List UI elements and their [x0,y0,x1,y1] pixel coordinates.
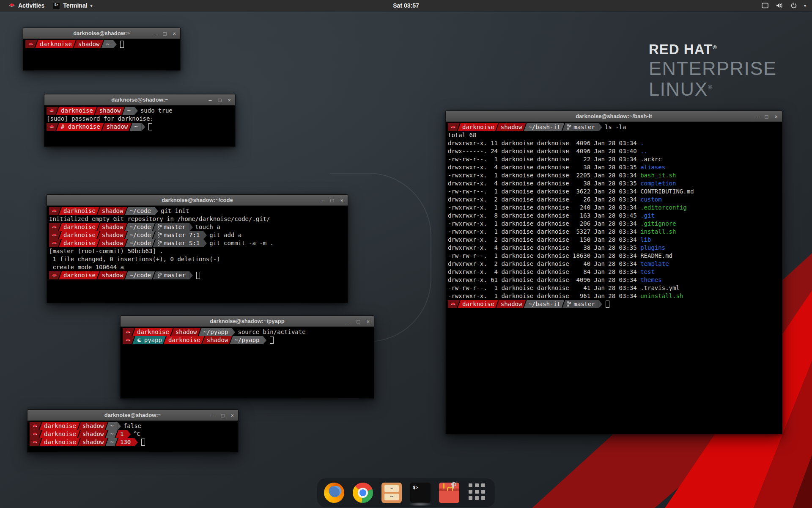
minimize-button[interactable]: – [755,114,758,119]
redhat-prompt-icon [448,123,460,131]
minimize-button[interactable]: – [347,319,350,324]
close-button[interactable]: × [228,97,231,103]
terminal-body[interactable]: darknoiseshadow~falsedarknoiseshadow~1^C… [27,421,238,452]
window-titlebar[interactable]: darknoise@shadow:~/pyapp–□× [121,316,374,327]
prompt-segment-user: darknoise [59,231,99,239]
clock[interactable]: Sat 03:57 [393,2,419,9]
terminal-text: total 68 [448,132,476,138]
activities-label: Activities [18,2,44,9]
terminal-text: drwxrwxr-x. 2 darknoise darknoise 40 Jan… [448,260,640,267]
terminal-text: plugins [640,244,665,251]
prompt-segment-path: ~/code [125,271,155,279]
terminal-line: drwxrwxr-x. 2 darknoise darknoise 150 Ja… [448,236,780,244]
terminal-window-bash-it: darknoise@shadow:~/bash-it–□×darknoisesh… [445,110,782,434]
terminal-text: -rwxrwxr-x. 1 darknoise darknoise 961 Ja… [448,293,640,299]
grid-dot [469,496,472,500]
system-status-area[interactable]: ▾ [761,2,808,9]
close-button[interactable]: × [366,319,370,324]
terminal-text: ^C [133,431,140,437]
terminal-line: drwxrwxr-x. 4 darknoise darknoise 38 Jan… [448,163,780,171]
activities-button[interactable]: Activities [4,0,49,11]
minimize-button[interactable]: – [321,198,324,203]
prompt-segment-user: darknoise [164,336,204,344]
window-titlebar[interactable]: darknoise@shadow:~/bash-it–□× [446,111,782,122]
terminal-line: # darknoiseshadow~ [47,123,233,131]
redhat-prompt-icon [30,422,41,430]
window-title: darknoise@shadow:~/bash-it [446,111,782,122]
terminal-text: drwxrwxr-x. 8 darknoise darknoise 163 Ja… [448,212,640,219]
terminal-line: drwxrwxr-x. 4 darknoise darknoise 38 Jan… [448,244,780,252]
redhat-prompt-icon [49,231,61,239]
maximize-button[interactable]: □ [765,114,768,119]
minimize-button[interactable]: – [154,31,156,36]
terminal-icon[interactable]: $> [410,483,431,503]
prompt-segment-git: master S:1 [153,239,203,247]
maximize-button[interactable]: □ [357,319,360,324]
terminal-text: . [640,140,644,146]
minimize-button[interactable]: – [211,413,214,418]
maximize-button[interactable]: □ [163,31,167,36]
terminal-text: drwxrwxr-x. 4 darknoise darknoise 84 Jan… [448,268,640,275]
window-titlebar[interactable]: darknoise@shadow:~–□× [44,94,235,105]
prompt-segment-user: darknoise [458,300,498,308]
minimize-button[interactable]: – [208,97,211,103]
terminal-text: drwxrwxr-x. 4 darknoise darknoise 38 Jan… [448,180,640,187]
maximize-button[interactable]: □ [218,97,222,103]
appgrid-icon[interactable] [468,483,488,503]
terminal-text: .ackrc [640,156,662,163]
terminal-body[interactable]: darknoiseshadow~/codegit initInitialized… [47,206,348,303]
prompt-segment-host: shadow [97,231,127,239]
terminal-body[interactable]: darknoiseshadow~/bash-itmasterls -latota… [446,122,782,434]
app-menu-terminal[interactable]: $> Terminal ▾ [49,0,96,11]
prompt-segment-user: darknoise [56,107,97,115]
window-controls: –□× [154,28,176,39]
window-title: darknoise@shadow:~/pyapp [121,316,374,327]
prompt-segment-user: darknoise [35,40,76,48]
prompt-segment-user: darknoise [39,430,80,438]
git-branch-icon [567,124,573,130]
grid-dot [481,483,485,487]
prompt-segment-path: ~ [105,438,117,446]
git-branch-icon [157,272,164,279]
terminal-body[interactable]: darknoiseshadow~/pyappsource bin/activat… [121,327,374,398]
terminal-body[interactable]: darknoiseshadow~sudo true[sudo] password… [44,105,235,146]
terminal-text: sudo true [140,107,173,114]
terminal-window-pyapp: darknoise@shadow:~/pyapp–□×darknoiseshad… [120,315,374,399]
window-controls: –□× [347,316,370,327]
terminal-line: drwxrwxr-x. 61 darknoise darknoise 4096 … [448,276,780,284]
close-button[interactable]: × [173,31,176,36]
terminal-glyph: $> [410,483,431,503]
terminal-body[interactable]: darknoiseshadow~ [23,39,180,70]
terminal-text: -rw-rw-r--. 1 darknoise darknoise 18630 … [448,252,640,259]
terminal-text: .travis.yml [640,284,680,291]
maximize-button[interactable]: □ [331,198,334,203]
toolbox-icon[interactable] [439,483,459,503]
prompt-segment-host: shadow [496,123,526,131]
chrome-icon[interactable] [353,483,373,503]
window-titlebar[interactable]: darknoise@shadow:~/code–□× [47,195,348,206]
redhat-prompt-icon [49,271,61,279]
window-titlebar[interactable]: darknoise@shadow:~–□× [27,410,238,421]
prompt-arrow [189,223,193,231]
terminal-text: -rw-rw-r--. 1 darknoise darknoise 41 Jan… [448,284,640,291]
redhat-prompt-icon [30,438,41,446]
close-button[interactable]: × [340,198,343,203]
maximize-button[interactable]: □ [221,413,225,418]
window-titlebar[interactable]: darknoise@shadow:~–□× [23,28,180,39]
terminal-line: darknoiseshadow~/bash-itmaster [448,300,780,308]
files-icon[interactable] [381,483,402,503]
firefox-icon[interactable] [324,483,344,503]
branding-linux: LINUX [649,78,708,100]
close-button[interactable]: × [230,413,234,418]
terminal-line: darknoiseshadow~false [30,422,236,430]
terminal-text: drwxrwxr-x. 4 darknoise darknoise 38 Jan… [448,244,640,251]
terminal-app-icon: $> [53,2,60,9]
redhat-prompt-icon [47,123,58,131]
grid-dot [475,483,479,487]
close-button[interactable]: × [774,114,778,119]
file-cabinet-glyph [381,483,402,503]
terminal-text: false [123,422,141,429]
prompt-arrow [203,239,207,247]
terminal-text: git add a [209,232,241,238]
prompt-arrow [263,336,266,344]
